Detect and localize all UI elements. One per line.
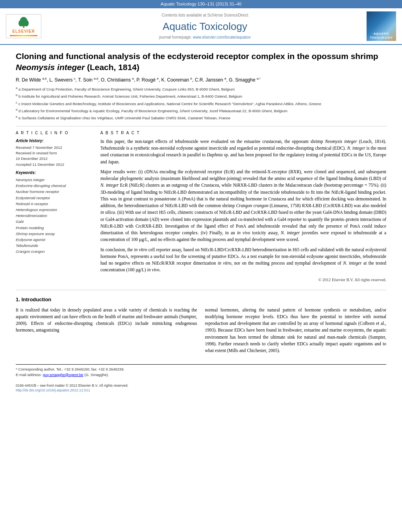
elsevier-brand-text: ELSEVIER: [12, 29, 35, 34]
keyword-11: Ecdysone agonist: [16, 237, 93, 243]
elsevier-decorative-line: [10, 35, 37, 36]
keyword-10: Shrimp exposure assay: [16, 231, 93, 237]
abstract-header: A B S T R A C T: [100, 130, 386, 136]
received-date: Received 7 November 2012: [16, 145, 93, 150]
journal-reference-text: Aquatic Toxicology 130–131 (2013) 31–40: [161, 2, 241, 6]
elsevier-logo: ELSEVIER: [6, 14, 41, 38]
intro-para-right-1: normal hormones, altering the natural pa…: [205, 307, 387, 354]
article-history-label: Article history:: [16, 138, 93, 144]
homepage-label: journal homepage:: [159, 35, 192, 39]
intro-heading: 1. Introduction: [16, 296, 386, 303]
intro-left-col: It is realized that today in densely pop…: [16, 307, 197, 357]
footnote-email-link[interactable]: guy.smagghe@ugent.be: [43, 373, 83, 377]
article-info-col: A R T I C L E I N F O Article history: R…: [16, 130, 93, 286]
keywords-list: Neomysis integer Endocrine-disrupting ch…: [16, 177, 93, 254]
svg-point-2: [19, 20, 23, 26]
intro-two-col: It is realized that today in densely pop…: [16, 307, 386, 357]
svg-point-3: [24, 20, 29, 26]
elsevier-tree-icon: [18, 16, 29, 29]
article-info-header: A R T I C L E I N F O: [16, 130, 93, 136]
elsevier-logo-box: ELSEVIER: [6, 14, 41, 38]
keyword-2: Endocrine-disrupting chemical: [16, 183, 93, 189]
abstract-para-1: In this paper, the non-target effects of…: [100, 138, 386, 165]
abstract-text: In this paper, the non-target effects of…: [100, 138, 386, 283]
footer-issn: 0166-445X/$ – see front matter © 2012 El…: [16, 383, 386, 388]
keyword-12: Tebufenozide: [16, 243, 93, 248]
journal-header: ELSEVIER Contents lists available at Sci…: [0, 8, 402, 45]
revised-date: 10 December 2012: [16, 156, 93, 161]
introduction-section: 1. Introduction It is realized that toda…: [16, 296, 386, 356]
keyword-1: Neomysis integer: [16, 177, 93, 183]
keywords-label: Keywords:: [16, 170, 93, 176]
sciverse-text: Contents lists available at SciVerse Sci…: [49, 13, 361, 18]
footer-doi-link[interactable]: http://dx.doi.org/10.1016/j.aquatox.2012…: [16, 388, 90, 392]
affiliation-c: c c Insect Molecular Genetics and Biotec…: [16, 100, 386, 107]
keyword-5: Retinoid-X-receptor: [16, 201, 93, 207]
revised-label: Received in revised form: [16, 150, 93, 156]
copyright-line: © 2012 Elsevier B.V. All rights reserved…: [100, 277, 386, 283]
section-divider: [16, 126, 386, 126]
keyword-4: Ecdysteroid receptor: [16, 195, 93, 201]
keyword-3: Nuclear hormone receptor: [16, 189, 93, 195]
affiliation-d: d d Laboratory for Environmental Toxicol…: [16, 108, 386, 114]
header-inner: ELSEVIER Contents lists available at Sci…: [0, 11, 402, 44]
keyword-9: Protein modeling: [16, 225, 93, 231]
intro-right-col: normal hormones, altering the natural pa…: [205, 307, 387, 357]
journal-center: Contents lists available at SciVerse Sci…: [49, 13, 361, 40]
footnote-area: * Corresponding author. Tel.: +32 9 2646…: [16, 364, 386, 377]
affiliation-e: e e Surfaces Cellulaires et Signalisatio…: [16, 115, 386, 121]
affiliation-a: a a Department of Crop Protection, Facul…: [16, 86, 386, 92]
footer-doi: http://dx.doi.org/10.1016/j.aquatox.2012…: [16, 388, 386, 393]
journal-title: Aquatic Toxicology: [49, 19, 361, 33]
journal-homepage: journal homepage: www.elsevier.com/locat…: [49, 35, 361, 40]
intro-divider: [16, 290, 386, 290]
homepage-link[interactable]: www.elsevier.com/locate/aquatox: [193, 35, 251, 39]
keyword-7: Heterodimerization: [16, 213, 93, 219]
footnote-email: E-mail address: guy.smagghe@ugent.be (G.…: [16, 372, 386, 377]
keyword-13: Crangon crangon: [16, 248, 93, 254]
intro-para-left-1: It is realized that today in densely pop…: [16, 307, 197, 334]
abstract-col: A B S T R A C T In this paper, the non-t…: [100, 130, 386, 286]
affiliations-block: a a Department of Crop Protection, Facul…: [16, 86, 386, 121]
affiliation-b: b b Institute for Agricultural and Fishe…: [16, 93, 386, 99]
footnote-corresponding: * Corresponding author. Tel.: +32 9 2646…: [16, 367, 386, 372]
article-info-abstract: A R T I C L E I N F O Article history: R…: [16, 130, 386, 286]
accepted-date: Accepted 11 December 2012: [16, 162, 93, 167]
keyword-8: Gal4: [16, 219, 93, 224]
authors-line: R. De Wilde a,b, L. Swevers c, T. Soin a…: [16, 76, 386, 83]
journal-cover-image: aquatic toxicology: [367, 11, 396, 41]
sciverse-label: Contents lists available at SciVerse Sci…: [161, 13, 248, 17]
journal-cover-text: aquatic toxicology: [370, 32, 393, 39]
keyword-6: Heterologous expression: [16, 207, 93, 213]
article-title: Cloning and functional analysis of the e…: [16, 51, 386, 72]
abstract-para-2: Major results were: (i) cDNAs encoding t…: [100, 169, 386, 243]
journal-reference-bar: Aquatic Toxicology 130–131 (2013) 31–40: [0, 0, 402, 8]
abstract-para-3: In conclusion, the in vitro cell reporte…: [100, 247, 386, 274]
footer-bar: 0166-445X/$ – see front matter © 2012 El…: [16, 383, 386, 393]
main-content: Cloning and functional analysis of the e…: [0, 45, 402, 399]
